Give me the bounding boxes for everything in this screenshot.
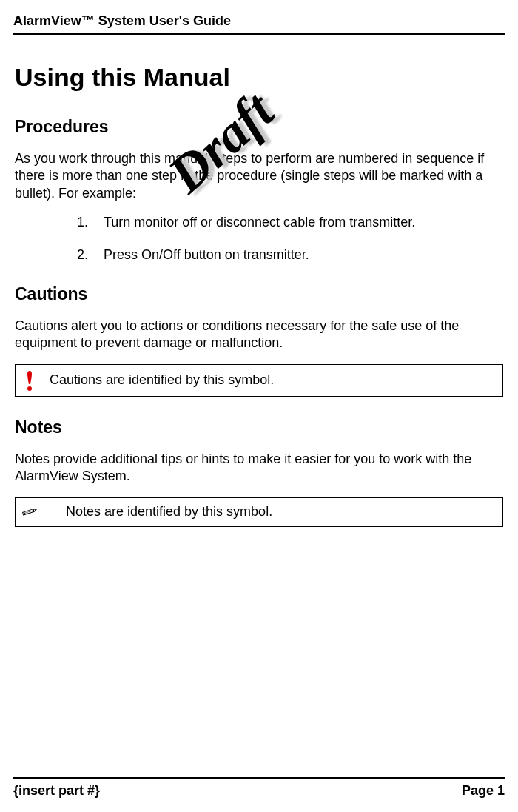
list-item: Press On/Off button on transmitter. bbox=[15, 246, 503, 264]
footer: {insert part #} Page 1 bbox=[13, 777, 505, 799]
header-title: AlarmView™ System User's Guide bbox=[13, 13, 505, 29]
section-heading-procedures: Procedures bbox=[15, 117, 503, 137]
procedures-steps: Turn monitor off or disconnect cable fro… bbox=[15, 214, 503, 264]
note-callout-text: Notes are identified by this symbol. bbox=[50, 504, 272, 520]
footer-rule bbox=[13, 777, 505, 779]
page-title: Using this Manual bbox=[15, 63, 503, 92]
svg-line-2 bbox=[24, 510, 33, 513]
svg-point-0 bbox=[27, 386, 32, 391]
exclamation-icon bbox=[21, 369, 38, 392]
procedures-paragraph: As you work through this manual, steps t… bbox=[15, 150, 503, 202]
section-heading-notes: Notes bbox=[15, 417, 503, 437]
footer-page-number: Page 1 bbox=[462, 783, 505, 799]
content: Using this Manual Procedures As you work… bbox=[13, 63, 505, 527]
section-heading-cautions: Cautions bbox=[15, 284, 503, 304]
note-callout: Notes are identified by this symbol. bbox=[15, 497, 503, 527]
footer-part-number: {insert part #} bbox=[13, 783, 100, 799]
svg-rect-5 bbox=[23, 511, 25, 514]
cautions-paragraph: Cautions alert you to actions or conditi… bbox=[15, 318, 503, 352]
caution-callout: Cautions are identified by this symbol. bbox=[15, 364, 503, 397]
svg-marker-3 bbox=[33, 508, 37, 511]
notes-paragraph: Notes provide additional tips or hints t… bbox=[15, 451, 503, 486]
header-rule bbox=[13, 33, 505, 35]
list-item: Turn monitor off or disconnect cable fro… bbox=[15, 214, 503, 231]
caution-callout-text: Cautions are identified by this symbol. bbox=[50, 372, 274, 388]
pencil-icon bbox=[21, 504, 38, 520]
page: AlarmView™ System User's Guide Draft Dra… bbox=[0, 0, 518, 812]
